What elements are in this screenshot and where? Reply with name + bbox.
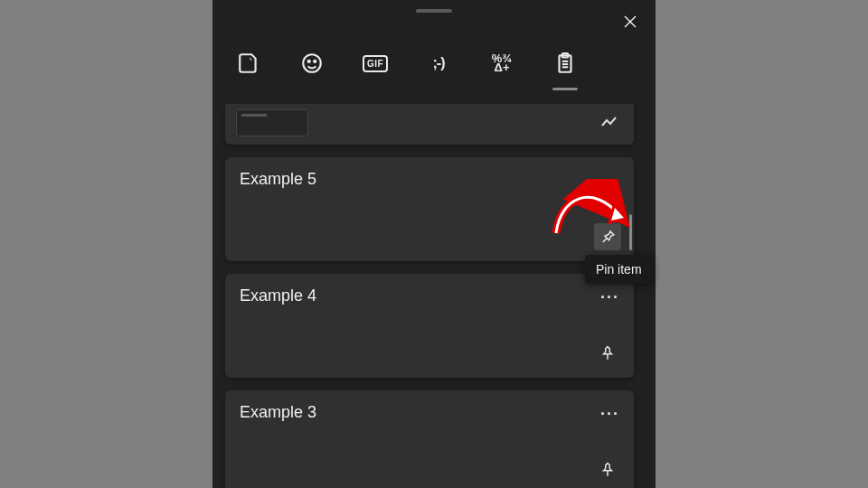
pin-button[interactable] [594,340,621,367]
more-button[interactable]: ··· [600,172,619,191]
gif-icon: GIF [363,55,388,72]
scrollbar-thumb[interactable] [629,214,632,250]
more-button[interactable]: ··· [600,288,619,307]
clipboard-item-title: Example 3 [240,403,316,422]
tab-kaomoji[interactable]: ;-) [420,45,457,81]
svg-point-3 [308,61,310,62]
close-button[interactable] [616,7,645,36]
pin-button[interactable] [594,456,621,483]
clipboard-item-title: Example 4 [240,286,316,305]
clipboard-item[interactable]: Example 5 ··· [225,157,634,261]
pin-icon [599,229,616,245]
tab-symbols[interactable]: %¾Δ+ [484,45,520,81]
svg-point-4 [314,61,316,62]
pin-button[interactable] [594,223,621,250]
close-icon [623,14,637,29]
clipboard-history-list: Example 5 ··· Example 4 ··· Example 3 ··… [225,104,634,483]
clipboard-item-partial[interactable] [225,104,634,145]
kaomoji-icon: ;-) [433,55,445,71]
drag-handle[interactable] [416,9,452,13]
pin-tooltip: Pin item [585,255,653,284]
clipboard-icon [553,52,577,75]
tab-clipboard[interactable] [547,45,583,81]
emoji-clipboard-panel: GIF ;-) %¾Δ+ Example 5 ··· [212,0,656,488]
clipboard-thumbnail [236,109,308,136]
sticker-icon [237,52,260,75]
tab-stickers[interactable] [231,45,267,81]
active-tab-indicator [552,88,578,90]
more-button[interactable]: ··· [600,405,619,424]
pin-icon [599,462,616,478]
pin-icon [599,345,616,361]
symbols-icon: %¾Δ+ [492,54,512,72]
clipboard-item[interactable]: Example 4 ··· [225,274,634,378]
svg-point-2 [303,54,321,72]
clipboard-item-title: Example 5 [240,170,316,189]
category-tabbar: GIF ;-) %¾Δ+ [231,45,583,81]
tab-emoji[interactable] [294,45,330,81]
tab-gif[interactable]: GIF [357,45,393,81]
clipboard-item[interactable]: Example 3 ··· [225,390,634,488]
emoji-icon [300,52,324,75]
trend-icon [601,115,618,131]
